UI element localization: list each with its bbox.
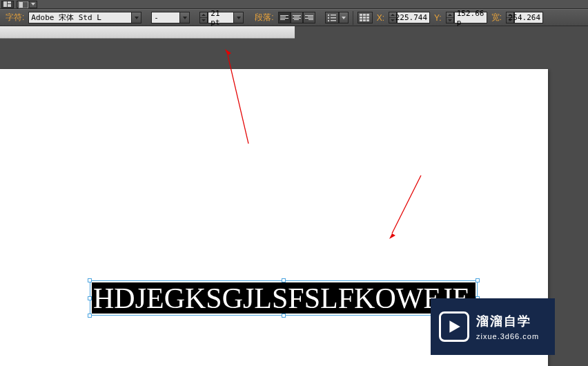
bullets-dropdown-icon[interactable] bbox=[339, 12, 349, 23]
svg-rect-22 bbox=[363, 17, 366, 19]
bullets-button[interactable] bbox=[325, 12, 339, 23]
svg-rect-0 bbox=[3, 1, 7, 7]
svg-marker-29 bbox=[448, 14, 452, 16]
align-left-button[interactable] bbox=[278, 12, 291, 23]
align-center-button[interactable] bbox=[291, 12, 303, 23]
dropdown-arrow-icon[interactable] bbox=[30, 1, 37, 8]
watermark: 溜溜自学 zixue.3d66.com bbox=[431, 298, 555, 355]
w-field[interactable]: 254.264 bbox=[514, 12, 543, 23]
svg-point-13 bbox=[327, 17, 329, 18]
svg-marker-8 bbox=[202, 14, 206, 16]
y-spinner[interactable] bbox=[446, 12, 454, 23]
svg-rect-18 bbox=[360, 14, 362, 16]
font-family-dropdown-icon[interactable] bbox=[132, 12, 141, 23]
x-label: X: bbox=[375, 13, 386, 23]
svg-marker-37 bbox=[449, 320, 460, 333]
font-label: 字符: bbox=[4, 12, 26, 23]
svg-rect-25 bbox=[363, 19, 366, 21]
svg-marker-17 bbox=[342, 17, 346, 19]
svg-marker-28 bbox=[391, 19, 395, 21]
svg-point-11 bbox=[327, 14, 329, 15]
watermark-title: 溜溜自学 bbox=[476, 313, 539, 329]
svg-point-15 bbox=[327, 19, 329, 21]
svg-marker-6 bbox=[135, 17, 139, 19]
font-size-spinner[interactable] bbox=[199, 12, 208, 23]
handle-s[interactable] bbox=[282, 314, 286, 318]
svg-rect-23 bbox=[366, 17, 369, 19]
svg-marker-30 bbox=[448, 19, 452, 21]
svg-marker-7 bbox=[183, 17, 187, 19]
handle-sw[interactable] bbox=[88, 314, 92, 318]
svg-rect-16 bbox=[331, 20, 336, 21]
svg-rect-21 bbox=[360, 17, 362, 19]
svg-rect-4 bbox=[19, 2, 23, 8]
handle-n[interactable] bbox=[282, 278, 286, 282]
align-right-button[interactable] bbox=[303, 12, 315, 23]
panel-mode-icon[interactable] bbox=[17, 1, 30, 9]
watermark-url: zixue.3d66.com bbox=[476, 332, 539, 340]
svg-marker-5 bbox=[31, 3, 35, 6]
handle-ne[interactable] bbox=[476, 278, 480, 282]
svg-rect-14 bbox=[331, 17, 336, 19]
svg-rect-2 bbox=[8, 4, 11, 7]
y-field[interactable]: 152.66 p bbox=[454, 12, 487, 23]
svg-marker-27 bbox=[391, 14, 395, 16]
svg-marker-10 bbox=[237, 17, 241, 19]
arrange-docs-icon[interactable] bbox=[1, 1, 14, 8]
font-size-dropdown-icon[interactable] bbox=[234, 12, 244, 23]
handle-w[interactable] bbox=[88, 296, 92, 300]
horizontal-ruler bbox=[0, 26, 295, 39]
svg-rect-1 bbox=[8, 1, 11, 3]
frame-grid-button[interactable] bbox=[357, 12, 373, 23]
font-family-field[interactable]: Adobe 宋体 Std L bbox=[28, 12, 132, 23]
svg-rect-12 bbox=[331, 15, 336, 16]
selected-text[interactable]: HDJEGKSGJLSFSLFKOWEJE bbox=[92, 282, 476, 314]
x-field[interactable]: 225.744 bbox=[397, 12, 430, 23]
play-icon bbox=[439, 311, 469, 342]
window-tab-strip bbox=[0, 0, 588, 9]
paragraph-label: 段落: bbox=[253, 12, 275, 23]
svg-rect-26 bbox=[366, 19, 369, 21]
handle-nw[interactable] bbox=[88, 278, 92, 282]
text-frame[interactable]: HDJEGKSGJLSFSLFKOWEJE bbox=[90, 280, 478, 316]
svg-rect-24 bbox=[360, 19, 362, 21]
separator bbox=[353, 11, 353, 25]
control-bar: 字符: Adobe 宋体 Std L - 21 pt 段落: bbox=[0, 9, 588, 26]
svg-rect-19 bbox=[363, 14, 366, 16]
w-label: 宽: bbox=[490, 12, 503, 23]
font-style-dropdown-icon[interactable] bbox=[180, 12, 190, 23]
svg-marker-9 bbox=[202, 19, 206, 21]
y-label: Y: bbox=[433, 13, 443, 23]
svg-rect-20 bbox=[366, 14, 369, 16]
font-size-field[interactable]: 21 pt bbox=[208, 12, 234, 23]
font-style-field[interactable]: - bbox=[151, 12, 180, 23]
